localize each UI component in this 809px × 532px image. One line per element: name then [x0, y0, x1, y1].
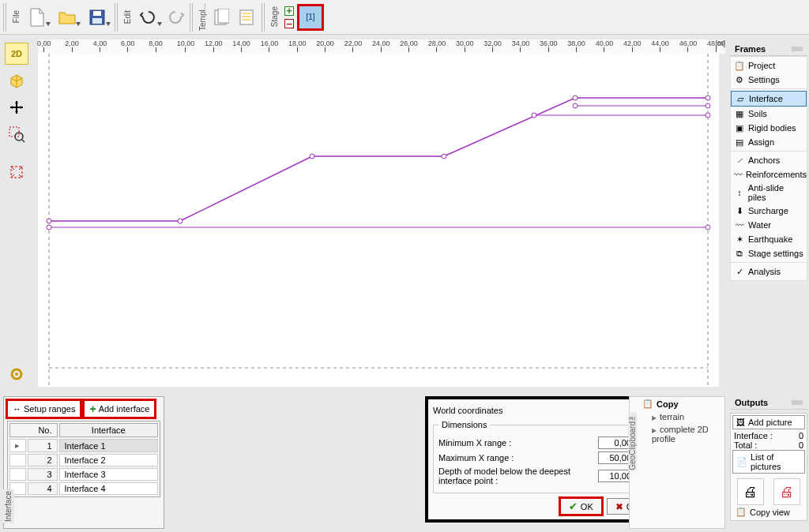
ruler-tick: 2,00 — [65, 39, 79, 52]
add-picture-button[interactable]: 🖼 Add picture — [732, 415, 805, 429]
frames-icon: ▤ — [734, 137, 745, 148]
frames-icon: ⬇ — [734, 205, 745, 216]
outputs-panel: Outputs 🖼 Add picture Interface :0 Total… — [730, 396, 807, 529]
frames-item-analysis[interactable]: ✓Analysis — [731, 264, 807, 279]
ruler-tick: 14,00 — [232, 39, 250, 52]
ruler-tick: 24,00 — [372, 39, 390, 52]
svg-point-21 — [706, 225, 710, 230]
table-row[interactable]: ▸1Interface 1 — [9, 439, 158, 452]
ruler-tick: 36,00 — [540, 39, 558, 52]
frames-item-surcharge[interactable]: ⬇Surcharge — [731, 204, 807, 218]
grip — [115, 3, 119, 32]
stage-group-label: Stage — [269, 5, 280, 28]
minimize-outputs-button[interactable] — [792, 400, 803, 405]
left-toolbar: 2D — [3, 43, 30, 183]
setup-ranges-button[interactable]: ↔ Setup ranges — [7, 400, 81, 418]
template2-button[interactable] — [235, 6, 258, 29]
outputs-total-row: Total :0 — [732, 440, 805, 450]
ruler-tick: 8,00 — [149, 39, 163, 52]
frames-item-stage-settings[interactable]: ⧉Stage settings — [731, 246, 807, 260]
3d-view-button[interactable] — [5, 69, 28, 92]
copy-view-button[interactable]: 📋 Copy view — [732, 505, 805, 519]
frames-item-project[interactable]: 📋Project — [731, 58, 807, 73]
frames-icon: ⟋ — [734, 155, 745, 166]
top-toolbar: File Edit Templ... Stage + – [1] — [0, 0, 809, 35]
minimize-frames-button[interactable] — [792, 47, 803, 51]
outputs-header: Outputs — [730, 396, 807, 410]
grip — [190, 3, 194, 32]
svg-rect-4 — [218, 9, 229, 23]
fit-view-button[interactable] — [5, 161, 28, 183]
svg-rect-6 — [9, 127, 19, 137]
print-button[interactable]: 🖨 — [737, 478, 764, 505]
depth-label: Depth of model below the deepest interfa… — [438, 466, 598, 485]
interface-panel-label: Interface — [2, 489, 14, 523]
template1-button[interactable] — [209, 6, 233, 29]
ruler-tick: 0,00 — [37, 39, 51, 52]
stage-add-remove: + – — [284, 6, 294, 28]
copy-terrain[interactable]: terrain — [639, 410, 724, 423]
table-row[interactable]: 2Interface 2 — [9, 454, 158, 466]
dimensions-legend: Dimensions — [438, 420, 490, 429]
copy-profile[interactable]: complete 2D profile — [639, 423, 724, 445]
dialog-title: World coordinates — [433, 406, 502, 415]
frames-icon: ▦ — [734, 108, 745, 119]
frames-item-assign[interactable]: ▤Assign — [731, 135, 807, 149]
frames-item-reinforcements[interactable]: 〰Reinforcements — [731, 167, 807, 182]
undo-button[interactable] — [134, 6, 163, 29]
grip — [262, 3, 266, 32]
svg-rect-1 — [93, 11, 101, 16]
svg-point-18 — [573, 96, 578, 100]
frames-item-anti-slide-piles[interactable]: ↕Anti-slide piles — [731, 182, 807, 204]
frames-item-soils[interactable]: ▦Soils — [731, 107, 807, 121]
new-file-button[interactable] — [23, 6, 51, 29]
ruler-tick: 16,00 — [261, 39, 279, 52]
copy-panel: GeoClipboard™ 📋 Copy terrain complete 2D… — [629, 396, 725, 529]
frames-icon: ▣ — [734, 122, 745, 133]
2d-view-button[interactable]: 2D — [5, 43, 28, 65]
frames-icon: 〰 — [734, 169, 743, 180]
ruler-tick: 42,00 — [623, 39, 642, 52]
file-group-label: File — [11, 9, 21, 24]
frames-item-water[interactable]: 〰Water — [731, 218, 807, 232]
outputs-interface-row: Interface :0 — [732, 431, 805, 440]
add-interface-button[interactable]: + Add interface — [84, 400, 155, 418]
ruler-tick: 12,00 — [205, 39, 223, 52]
table-row[interactable]: 3Interface 3 — [9, 468, 158, 481]
frames-icon: 〰 — [734, 219, 745, 230]
stage-1-button[interactable]: [1] — [299, 6, 322, 29]
bottom-panel: Interface ↔ Setup ranges + Add interface… — [3, 396, 807, 529]
ruler-tick: 38,00 — [567, 39, 585, 52]
svg-rect-2 — [92, 18, 102, 24]
frames-item-earthquake[interactable]: ✶Earthquake — [731, 232, 807, 246]
frames-icon: ⧉ — [734, 248, 745, 259]
frames-item-anchors[interactable]: ⟋Anchors — [731, 153, 807, 167]
zoom-select-button[interactable] — [5, 123, 28, 145]
settings-gear-button[interactable] — [5, 363, 28, 385]
remove-stage-button[interactable]: – — [284, 19, 294, 28]
add-stage-button[interactable]: + — [284, 6, 294, 16]
frames-item-rigid-bodies[interactable]: ▣Rigid bodies — [731, 121, 807, 135]
ruler: 0,002,004,006,008,0010,0012,0014,0016,00… — [38, 39, 725, 54]
ok-button[interactable]: ✔OK — [560, 498, 602, 515]
svg-point-19 — [706, 96, 710, 100]
svg-point-22 — [573, 103, 578, 108]
redo-button[interactable] — [164, 6, 186, 29]
pan-button[interactable] — [5, 96, 28, 118]
frames-icon: 📋 — [734, 60, 745, 71]
interface-table[interactable]: No.Interface▸1Interface 12Interface 23In… — [7, 421, 160, 497]
ranges-icon: ↔ — [13, 404, 21, 414]
viewport-canvas[interactable] — [38, 54, 719, 387]
frames-item-settings[interactable]: ⚙Settings — [731, 73, 807, 87]
table-row[interactable]: 4Interface 4 — [9, 482, 158, 495]
print-preview-button[interactable]: 🖨 — [773, 478, 800, 505]
ruler-unit: [m] — [716, 39, 726, 47]
ruler-tick: 4,00 — [93, 39, 107, 52]
frames-icon: ✓ — [734, 266, 745, 277]
list-pictures-button[interactable]: 📄 List of pictures — [732, 450, 805, 474]
save-file-button[interactable] — [83, 6, 111, 29]
open-file-button[interactable] — [53, 6, 81, 29]
frames-item-interface[interactable]: ▱Interface — [731, 91, 807, 107]
frames-icon: ↕ — [734, 187, 745, 198]
plus-icon: + — [89, 403, 96, 415]
